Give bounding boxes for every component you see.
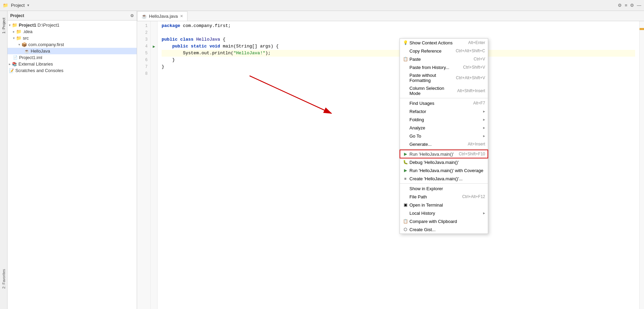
menu-item-copy-reference[interactable]: Copy Reference Ctrl+Alt+Shift+C: [400, 47, 488, 55]
menu-item-analyze[interactable]: Analyze ▸: [400, 124, 488, 132]
code-content[interactable]: package com.company.first; public class …: [158, 21, 639, 309]
tree-item-src[interactable]: ▾ 📁 src: [8, 35, 137, 41]
menu-label: Generate...: [409, 142, 466, 147]
package-icon: 📦: [21, 42, 27, 47]
code-line-1: package com.company.first;: [162, 23, 635, 29]
favorites-panel-label[interactable]: 2: Favorites: [2, 269, 6, 289]
menu-item-show-context-actions[interactable]: 💡 Show Context Actions Alt+Enter: [400, 39, 488, 47]
folder-icon: 📁: [16, 36, 21, 41]
tree-item-hellojava[interactable]: ☕ HelloJava: [8, 48, 137, 54]
shortcut-label: Ctrl+Alt+F12: [462, 194, 485, 199]
code-line-2: [162, 29, 635, 36]
submenu-arrow-icon: ▸: [483, 211, 485, 215]
shortcut-label: Ctrl+Alt+Shift+C: [456, 48, 485, 53]
menu-item-show-explorer[interactable]: Show in Explorer: [400, 184, 488, 193]
menu-separator: [400, 98, 488, 98]
main-layout: 1: Project 2: Favorites Project ⚙ ▾ 📁 Pr…: [0, 11, 644, 309]
iml-icon: 📄: [13, 55, 18, 60]
menu-item-paste[interactable]: 📋 Paste Ctrl+V: [400, 55, 488, 63]
tree-label: HelloJava: [31, 48, 50, 54]
menu-item-file-path[interactable]: File Path Ctrl+Alt+F12: [400, 193, 488, 201]
menu-item-paste-no-format[interactable]: Paste without Formatting Ctrl+Alt+Shift+…: [400, 71, 488, 84]
project-title: Project: [11, 3, 25, 8]
tree-item-idea[interactable]: ▸ 📁 .idea: [8, 28, 137, 35]
menu-label: Copy Reference: [409, 48, 454, 54]
menu-label: Debug 'HelloJava.main()': [409, 160, 485, 165]
menu-label: Open in Terminal: [409, 202, 485, 208]
right-gutter: [639, 21, 644, 309]
line-number: 5: [137, 50, 150, 57]
project-chevron[interactable]: ▾: [27, 3, 29, 8]
line-number: 7: [137, 64, 150, 70]
settings-icon[interactable]: ⚙: [618, 3, 622, 8]
chevron-icon: ▾: [18, 43, 20, 46]
menu-icon[interactable]: ≡: [625, 3, 627, 8]
menu-item-create-gist[interactable]: ⬡ Create Gist...: [400, 225, 488, 234]
code-line-5: System.out.println("HelloJava!");: [162, 50, 635, 57]
tree-item-iml[interactable]: 📄 Project1.iml: [8, 54, 137, 61]
tab-close-button[interactable]: ✕: [180, 14, 183, 18]
gear-icon[interactable]: ⚙: [630, 3, 634, 8]
menu-item-compare-clipboard[interactable]: 📋 Compare with Clipboard: [400, 217, 488, 225]
menu-label: Paste from History...: [409, 65, 462, 70]
run-icon: ▶: [403, 152, 408, 156]
menu-item-open-terminal[interactable]: ▣ Open in Terminal: [400, 201, 488, 209]
menu-label: Run 'HelloJava.main()' with Coverage: [409, 168, 485, 173]
submenu-arrow-icon: ▸: [483, 117, 485, 122]
editor-tab-hellojava[interactable]: ☕ HelloJava.java ✕: [137, 11, 188, 21]
minimize-icon[interactable]: —: [637, 3, 641, 8]
coverage-icon: ▶: [403, 168, 408, 173]
shortcut-label: Ctrl+Shift+F10: [459, 152, 485, 156]
menu-item-debug-main[interactable]: 🐛 Debug 'HelloJava.main()': [400, 158, 488, 166]
title-bar: 📁 Project ▾ ⚙ ≡ ⚙ —: [0, 0, 644, 11]
project-panel-label[interactable]: 1: Project: [2, 18, 6, 33]
project-panel: Project ⚙ ▾ 📁 Project1 D:\Project1 ▸ 📁 .…: [8, 11, 137, 309]
menu-label: Create Gist...: [409, 227, 485, 232]
menu-item-run-main[interactable]: ▶ Run 'HelloJava.main()' Ctrl+Shift+F10: [400, 150, 488, 158]
menu-item-goto[interactable]: Go To ▸: [400, 132, 488, 140]
code-editor[interactable]: 1 2 3 4 5 6 7 8 ▶: [137, 21, 644, 309]
menu-item-find-usages[interactable]: Find Usages Alt+F7: [400, 99, 488, 107]
menu-label: Folding: [409, 117, 482, 122]
tree-item-external-libs[interactable]: ▸ 📚 External Libraries: [8, 61, 137, 67]
debug-icon: 🐛: [403, 160, 408, 165]
submenu-arrow-icon: ▸: [483, 134, 485, 138]
tree-label: Scratches and Consoles: [15, 68, 63, 73]
shortcut-label: Alt+F7: [473, 101, 485, 106]
chevron-icon: ▸: [13, 30, 15, 33]
paste-icon: 📋: [403, 57, 408, 61]
shortcut-label: Alt+Insert: [468, 142, 485, 146]
line-number: 4: [137, 43, 150, 50]
menu-label: Find Usages: [409, 101, 472, 106]
menu-item-folding[interactable]: Folding ▸: [400, 115, 488, 124]
shortcut-label: Ctrl+Alt+Shift+V: [456, 75, 485, 80]
menu-item-refactor[interactable]: Refactor ▸: [400, 107, 488, 115]
menu-item-local-history[interactable]: Local History ▸: [400, 209, 488, 217]
tab-label: HelloJava.java: [149, 14, 178, 19]
folder-icon: 📁: [12, 23, 17, 28]
line-numbers: 1 2 3 4 5 6 7 8: [137, 21, 151, 309]
menu-label: Local History: [409, 211, 482, 216]
gist-icon: ⬡: [403, 227, 408, 232]
menu-separator: [400, 149, 488, 149]
tree-item-project1[interactable]: ▾ 📁 Project1 D:\Project1: [8, 22, 137, 28]
chevron-icon: ▸: [9, 62, 11, 66]
menu-item-generate[interactable]: Generate... Alt+Insert: [400, 140, 488, 148]
tree-label: Project1.iml: [19, 55, 42, 60]
line-number: 3: [137, 36, 150, 43]
tree-item-scratches[interactable]: 📝 Scratches and Consoles: [8, 67, 137, 74]
menu-label: Create 'HelloJava.main()'...: [409, 176, 485, 181]
terminal-icon: ▣: [403, 202, 408, 207]
file-tree: ▾ 📁 Project1 D:\Project1 ▸ 📁 .idea ▾ 📁 s…: [8, 20, 137, 309]
tree-label: External Libraries: [18, 61, 53, 67]
panel-settings-icon[interactable]: ⚙: [130, 13, 134, 18]
menu-item-column-selection[interactable]: Column Selection Mode Alt+Shift+Insert: [400, 84, 488, 97]
java-file-icon: ☕: [24, 49, 29, 54]
menu-item-paste-history[interactable]: Paste from History... Ctrl+Shift+V: [400, 63, 488, 71]
menu-item-run-coverage[interactable]: ▶ Run 'HelloJava.main()' with Coverage: [400, 166, 488, 174]
menu-item-create-run[interactable]: ≡ Create 'HelloJava.main()'...: [400, 174, 488, 183]
project-panel-title: Project: [10, 13, 24, 18]
run-gutter-icon[interactable]: ▶: [153, 44, 155, 49]
create-run-icon: ≡: [403, 177, 408, 181]
tree-item-package[interactable]: ▾ 📦 com.company.first: [8, 41, 137, 48]
